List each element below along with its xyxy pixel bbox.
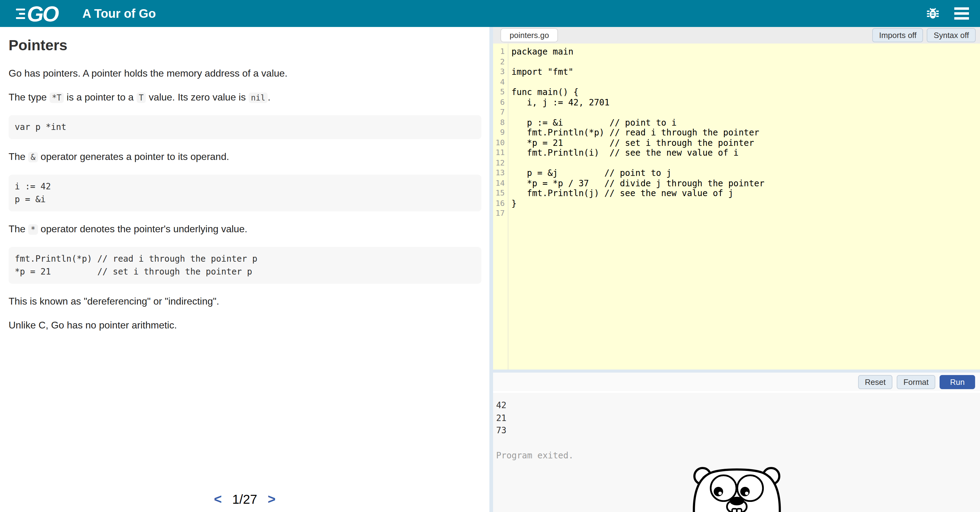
header-bar: GO A Tour of Go bbox=[0, 0, 980, 27]
lesson-body: Go has pointers. A pointer holds the mem… bbox=[9, 67, 481, 332]
main-content: Pointers Go has pointers. A pointer hold… bbox=[0, 27, 980, 512]
output-line: 21 bbox=[496, 412, 980, 424]
file-tab[interactable]: pointers.go bbox=[500, 28, 558, 42]
line-number: 13 bbox=[493, 168, 508, 178]
text-segment: is a pointer to a bbox=[64, 92, 137, 102]
editor-line: 11 fmt.Println(i) // see the new value o… bbox=[493, 148, 980, 158]
output-area: 422173 Program exited. bbox=[493, 393, 980, 512]
code-line: *p = 21 // set i through the pointer bbox=[508, 137, 754, 148]
program-status: Program exited. bbox=[496, 449, 980, 462]
editor-line: 12 bbox=[493, 158, 980, 168]
text-segment: value. Its zero value is bbox=[146, 92, 248, 102]
text-segment: . bbox=[268, 92, 270, 102]
logo-speed-lines bbox=[16, 8, 25, 19]
code-snippet: var p *int bbox=[9, 115, 481, 139]
lesson-paragraph: Go has pointers. A pointer holds the mem… bbox=[9, 67, 481, 80]
code-snippet: fmt.Println(*p) // read i through the po… bbox=[9, 247, 481, 284]
line-number: 17 bbox=[493, 208, 508, 219]
inline-code: *T bbox=[49, 93, 64, 103]
menu-icon[interactable] bbox=[954, 7, 969, 20]
reset-button[interactable]: Reset bbox=[858, 375, 892, 389]
text-segment: operator generates a pointer to its oper… bbox=[38, 152, 229, 162]
line-number: 12 bbox=[493, 158, 508, 168]
line-number: 7 bbox=[493, 107, 508, 117]
lesson-paragraph: The * operator denotes the pointer's und… bbox=[9, 223, 481, 235]
lesson-title: Pointers bbox=[9, 37, 481, 54]
inline-code: & bbox=[28, 152, 38, 163]
code-line: } bbox=[508, 198, 517, 208]
syntax-toggle-button[interactable]: Syntax off bbox=[927, 28, 976, 42]
editor-line: 10 *p = 21 // set i through the pointer bbox=[493, 137, 980, 148]
run-toolbar: Reset Format Run bbox=[493, 373, 980, 393]
editor-line: 15 fmt.Println(j) // see the new value o… bbox=[493, 188, 980, 198]
editor-line: 14 *p = *p / 37 // divide j through the … bbox=[493, 178, 980, 188]
editor-tabbar: pointers.go Imports off Syntax off bbox=[493, 27, 980, 43]
gopher-image bbox=[689, 463, 784, 512]
line-number: 6 bbox=[493, 97, 508, 107]
lesson-paragraph: This is known as "dereferencing" or "ind… bbox=[9, 295, 481, 308]
lesson-panel: Pointers Go has pointers. A pointer hold… bbox=[0, 27, 489, 512]
page: GO A Tour of Go Pointers Go has pointers… bbox=[0, 0, 980, 512]
text-segment: The bbox=[9, 152, 28, 162]
lesson-article: Pointers Go has pointers. A pointer hold… bbox=[0, 27, 489, 332]
editor-line: 17 bbox=[493, 208, 980, 219]
editor-line: 2 bbox=[493, 57, 980, 67]
logo-text: GO bbox=[27, 3, 58, 24]
gutter-separator bbox=[508, 43, 508, 370]
app-title: A Tour of Go bbox=[83, 6, 156, 21]
line-number: 1 bbox=[493, 46, 508, 57]
code-line: i, j := 42, 2701 bbox=[508, 97, 609, 107]
code-line: fmt.Println(i) // see the new value of i bbox=[508, 148, 739, 158]
code-editor[interactable]: 1package main23import "fmt"45func main()… bbox=[493, 43, 980, 370]
editor-line: 8 p := &i // point to i bbox=[493, 117, 980, 128]
lesson-paragraph: The type *T is a pointer to a T value. I… bbox=[9, 91, 481, 104]
line-number: 3 bbox=[493, 67, 508, 77]
line-number: 8 bbox=[493, 117, 508, 128]
code-snippet: i := 42 p = &i bbox=[9, 175, 481, 211]
code-line: func main() { bbox=[508, 87, 579, 97]
line-number: 16 bbox=[493, 198, 508, 208]
line-number: 5 bbox=[493, 87, 508, 97]
lesson-paragraph: The & operator generates a pointer to it… bbox=[9, 151, 481, 163]
code-line: fmt.Println(j) // see the new value of j bbox=[508, 188, 733, 198]
go-logo[interactable]: GO bbox=[16, 3, 58, 24]
code-line: p := &i // point to i bbox=[508, 117, 676, 128]
inline-code: * bbox=[28, 224, 38, 235]
format-button[interactable]: Format bbox=[897, 375, 935, 389]
editor-line: 6 i, j := 42, 2701 bbox=[493, 97, 980, 107]
text-segment: This is known as "dereferencing" or "ind… bbox=[9, 296, 219, 306]
editor-line: 9 fmt.Println(*p) // read i through the … bbox=[493, 128, 980, 137]
output-line: 42 bbox=[496, 399, 980, 412]
editor-line: 1package main bbox=[493, 46, 980, 57]
code-line: package main bbox=[508, 46, 573, 57]
next-page-button[interactable]: > bbox=[268, 491, 275, 507]
text-segment: The type bbox=[9, 92, 49, 102]
line-number: 9 bbox=[493, 128, 508, 137]
code-line: import "fmt" bbox=[508, 67, 573, 77]
inline-code: nil bbox=[248, 93, 268, 103]
text-segment: Go has pointers. A pointer holds the mem… bbox=[9, 68, 288, 78]
editor-line: 5func main() { bbox=[493, 87, 980, 97]
code-line: p = &j // point to j bbox=[508, 168, 671, 178]
output-line: 73 bbox=[496, 424, 980, 437]
text-segment: operator denotes the pointer's underlyin… bbox=[38, 224, 247, 234]
output-lines: 422173 bbox=[496, 399, 980, 437]
editor-output-splitter[interactable] bbox=[493, 370, 980, 373]
code-line: *p = *p / 37 // divide j through the poi… bbox=[508, 178, 764, 188]
editor-panel: pointers.go Imports off Syntax off 1pack… bbox=[493, 27, 980, 512]
editor-line: 16} bbox=[493, 198, 980, 208]
editor-line: 13 p = &j // point to j bbox=[493, 168, 980, 178]
line-number: 15 bbox=[493, 188, 508, 198]
panel-splitter[interactable] bbox=[489, 27, 493, 512]
lesson-paragraph: Unlike C, Go has no pointer arithmetic. bbox=[9, 319, 481, 332]
line-number: 10 bbox=[493, 137, 508, 148]
imports-toggle-button[interactable]: Imports off bbox=[872, 28, 923, 42]
line-number: 4 bbox=[493, 77, 508, 87]
code-line: fmt.Println(*p) // read i through the po… bbox=[508, 128, 759, 137]
prev-page-button[interactable]: < bbox=[214, 491, 222, 507]
run-button[interactable]: Run bbox=[940, 375, 975, 389]
text-segment: The bbox=[9, 224, 28, 234]
bug-icon[interactable] bbox=[926, 7, 940, 20]
editor-line: 4 bbox=[493, 77, 980, 87]
page-indicator: 1/27 bbox=[232, 492, 257, 507]
